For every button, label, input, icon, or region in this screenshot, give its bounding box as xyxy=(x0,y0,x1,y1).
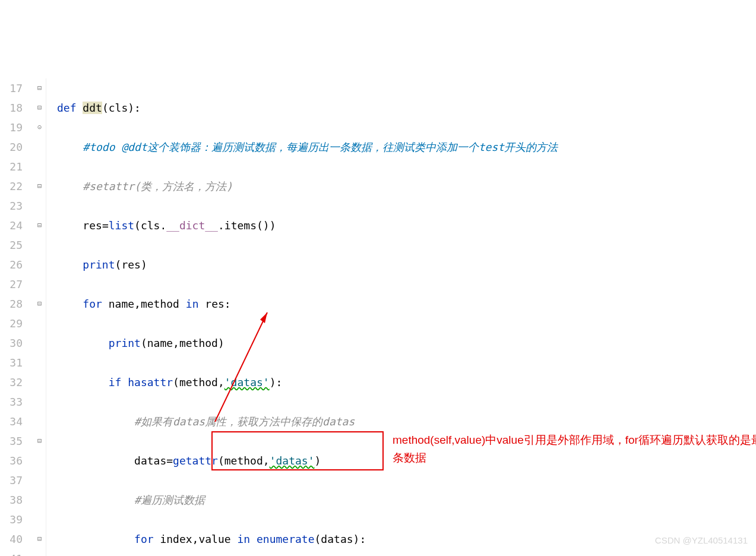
code-line[interactable]: #遍历测试数据 xyxy=(57,490,756,510)
code-line[interactable]: print(name,method) xyxy=(57,333,756,353)
code-line[interactable]: #todo @ddt这个装饰器：遍历测试数据，每遍历出一条数据，往测试类中添加一… xyxy=(57,137,756,157)
line-number: 33 xyxy=(0,392,23,412)
code-area[interactable]: def ddt(cls): #todo @ddt这个装饰器：遍历测试数据，每遍历… xyxy=(46,78,756,556)
code-line[interactable]: for index,value in enumerate(datas): xyxy=(57,529,756,549)
line-number: 35 xyxy=(0,431,23,451)
annotation-text: method(self,value)中value引用是外部作用域，for循环遍历… xyxy=(393,431,756,467)
watermark: CSDN @YZL40514131 xyxy=(655,530,748,550)
keyword-def: def xyxy=(57,102,83,114)
line-number: 17 xyxy=(0,78,23,98)
code-line[interactable]: for name,method in res: xyxy=(57,294,756,314)
fold-marker[interactable] xyxy=(33,549,46,556)
line-number: 27 xyxy=(0,274,23,294)
fold-marker[interactable]: ⊟ xyxy=(33,98,46,118)
fold-marker[interactable] xyxy=(33,255,46,274)
line-number: 38 xyxy=(0,490,23,510)
fold-marker[interactable] xyxy=(33,470,46,490)
fold-marker[interactable] xyxy=(33,353,46,372)
svg-line-0 xyxy=(215,312,267,422)
func-name: ddt xyxy=(83,102,102,114)
fold-marker[interactable] xyxy=(33,451,46,470)
fold-marker[interactable] xyxy=(33,274,46,294)
line-number: 21 xyxy=(0,157,23,176)
fold-marker[interactable] xyxy=(33,314,46,333)
code-line[interactable]: print(res) xyxy=(57,255,756,274)
fold-marker[interactable] xyxy=(33,510,46,529)
line-number: 37 xyxy=(0,470,23,490)
fold-marker[interactable] xyxy=(33,137,46,157)
fold-marker[interactable] xyxy=(33,412,46,431)
fold-marker[interactable] xyxy=(33,333,46,353)
code-editor[interactable]: 1718192021222324252627282930313233343536… xyxy=(0,78,756,556)
line-number: 29 xyxy=(0,314,23,333)
line-number: 32 xyxy=(0,372,23,392)
annotation-arrow-icon xyxy=(203,309,274,428)
line-number: 26 xyxy=(0,255,23,274)
line-number: 20 xyxy=(0,137,23,157)
comment: #如果有datas属性，获取方法中保存的datas xyxy=(134,415,355,428)
fold-marker[interactable]: ⊟ xyxy=(33,529,46,549)
line-number: 25 xyxy=(0,235,23,255)
line-number: 30 xyxy=(0,333,23,353)
fold-marker[interactable] xyxy=(33,490,46,510)
fold-marker[interactable]: ⊟ xyxy=(33,176,46,196)
fold-marker[interactable] xyxy=(33,235,46,255)
comment: #遍历测试数据 xyxy=(134,494,205,506)
fold-marker[interactable]: ⊟ xyxy=(33,216,46,235)
code-line[interactable]: #如果有datas属性，获取方法中保存的datas xyxy=(57,412,756,431)
fold-marker[interactable]: ⊝ xyxy=(33,118,46,137)
line-number: 40 xyxy=(0,529,23,549)
line-number: 24 xyxy=(0,216,23,235)
line-number: 39 xyxy=(0,510,23,529)
code-line[interactable]: if hasattr(method,'datas'): xyxy=(57,372,756,392)
line-number-gutter: 1718192021222324252627282930313233343536… xyxy=(0,78,33,556)
fold-marker[interactable]: ⊟ xyxy=(33,294,46,314)
fold-marker[interactable] xyxy=(33,392,46,412)
line-number: 22 xyxy=(0,176,23,196)
line-number: 28 xyxy=(0,294,23,314)
fold-marker[interactable]: ⊟ xyxy=(33,78,46,98)
code-line[interactable]: #setattr(类，方法名，方法) xyxy=(57,176,756,196)
line-number: 34 xyxy=(0,412,23,431)
fold-marker[interactable]: ⊟ xyxy=(33,431,46,451)
line-number: 19 xyxy=(0,118,23,137)
svg-marker-1 xyxy=(260,312,267,323)
fold-marker[interactable] xyxy=(33,196,46,216)
line-number: 18 xyxy=(0,98,23,118)
line-number: 36 xyxy=(0,451,23,470)
fold-marker[interactable] xyxy=(33,157,46,176)
fold-marker[interactable] xyxy=(33,372,46,392)
fold-gutter[interactable]: ⊟⊟⊝⊟⊟⊟⊟⊟⊝⊝ xyxy=(33,78,46,556)
code-line[interactable]: res=list(cls.__dict__.items()) xyxy=(57,216,756,235)
comment: #todo @ddt这个装饰器：遍历测试数据，每遍历出一条数据，往测试类中添加一… xyxy=(83,141,558,153)
line-number: 41 xyxy=(0,549,23,556)
line-number: 23 xyxy=(0,196,23,216)
line-number: 31 xyxy=(0,353,23,372)
comment: #setattr(类，方法名，方法) xyxy=(83,180,232,192)
code-line[interactable]: def ddt(cls): xyxy=(57,98,756,118)
